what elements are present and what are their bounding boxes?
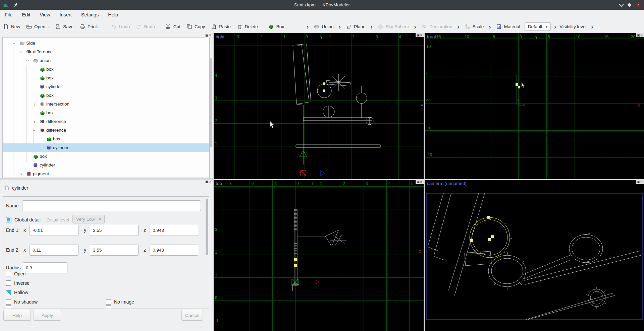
toolbar-button-copy[interactable]: Copy bbox=[183, 22, 208, 31]
tree-item-label: pigment bbox=[33, 171, 49, 176]
toolbar-button-scale[interactable]: Scale bbox=[462, 22, 487, 31]
toolbar-button-save[interactable]: Save bbox=[52, 22, 76, 31]
toolbar-button-new[interactable]: New bbox=[0, 22, 23, 31]
toolbar-button-plane[interactable]: Plane bbox=[343, 22, 369, 31]
collapse-icon[interactable]: › bbox=[32, 128, 37, 133]
no-image-label: No image bbox=[114, 299, 134, 305]
menu-item-view[interactable]: View bbox=[35, 12, 55, 17]
minimize-icon[interactable] bbox=[619, 2, 624, 7]
menu-item-settings[interactable]: Settings bbox=[76, 12, 103, 17]
viewport-front[interactable]: front ▣× x -15-10-50y51015201050-5-10 bbox=[425, 33, 644, 179]
end1-y-input[interactable] bbox=[90, 225, 139, 236]
viewport-camera[interactable]: camera: (unnamed) ▣× bbox=[425, 180, 644, 331]
expand-icon[interactable]: › bbox=[19, 172, 23, 176]
expand-icon[interactable]: › bbox=[32, 102, 37, 107]
toolbar-button-delete[interactable]: Delete bbox=[234, 22, 261, 31]
tree-item-box[interactable]: box bbox=[3, 152, 209, 161]
maximize-icon[interactable] bbox=[627, 3, 632, 7]
tree-item-box[interactable]: box bbox=[3, 91, 209, 100]
no-shadow-checkbox[interactable] bbox=[6, 299, 11, 305]
collapse-icon[interactable]: › bbox=[25, 58, 30, 63]
menu-item-help[interactable]: Help bbox=[103, 12, 123, 17]
ruler-tick-label: 3 bbox=[215, 96, 217, 101]
tree-item-label: box bbox=[53, 136, 60, 141]
chevron-right-icon[interactable]: › bbox=[412, 23, 418, 30]
viewport-controls[interactable]: ▣× bbox=[416, 180, 424, 184]
menu-item-edit[interactable]: Edit bbox=[17, 12, 35, 17]
tree-item-cylinder[interactable]: cylinder bbox=[3, 143, 209, 152]
tree-item-union[interactable]: ›union bbox=[3, 56, 209, 65]
expand-icon[interactable]: › bbox=[32, 119, 37, 124]
end2-z-input[interactable] bbox=[150, 245, 198, 256]
toolbar-button-material[interactable]: Material bbox=[493, 22, 523, 31]
no-image-checkbox[interactable] bbox=[106, 299, 111, 305]
viewport-right[interactable]: right ▣× bbox=[214, 33, 424, 179]
toolbar-button-paste[interactable]: Paste bbox=[208, 22, 234, 31]
viewport-top[interactable]: top ▣× x bbox=[214, 180, 424, 331]
chevron-right-icon[interactable]: › bbox=[589, 23, 595, 30]
detail-level-select[interactable]: Very Low ▾ bbox=[72, 215, 105, 223]
viewport-controls[interactable]: ▣× bbox=[636, 33, 644, 37]
tree-item-box[interactable]: box bbox=[3, 65, 209, 74]
name-label: Name: bbox=[6, 203, 20, 208]
radius-input[interactable] bbox=[23, 262, 67, 273]
ruler-tick-label: 2 bbox=[343, 181, 345, 186]
tree-item-cylinder[interactable]: cylinder bbox=[3, 161, 209, 170]
open-checkbox[interactable] bbox=[6, 271, 11, 276]
global-detail-checkbox[interactable] bbox=[6, 217, 11, 222]
close-icon[interactable]: × bbox=[636, 2, 641, 8]
clipped-checkbox[interactable] bbox=[6, 305, 11, 309]
inverse-checkbox[interactable] bbox=[6, 280, 11, 286]
help-button[interactable]: Help bbox=[3, 310, 31, 321]
clipped-checkbox[interactable] bbox=[106, 305, 111, 309]
tree-item-difference[interactable]: ›difference bbox=[3, 126, 209, 135]
object-tree[interactable]: ›Side›difference›unionboxboxcylinderbox›… bbox=[2, 37, 210, 178]
menu-item-file[interactable]: File bbox=[0, 12, 17, 17]
tree-item-box[interactable]: box bbox=[3, 109, 209, 117]
chevron-right-icon[interactable]: › bbox=[305, 23, 311, 30]
tree-item-cylinder[interactable]: cylinder bbox=[3, 82, 209, 91]
toolbar-button-print[interactable]: Print... bbox=[76, 22, 104, 31]
toolbar-button-union[interactable]: Union bbox=[311, 22, 336, 31]
tree-item-pigment[interactable]: ›pigment bbox=[3, 170, 209, 178]
tree-pane-controls[interactable]: ▣× bbox=[205, 34, 212, 38]
chevron-right-icon[interactable]: › bbox=[368, 23, 374, 30]
tree-item-difference[interactable]: ›difference bbox=[3, 117, 209, 126]
end1-z-input[interactable] bbox=[150, 225, 198, 236]
hollow-checkbox[interactable] bbox=[6, 290, 11, 295]
viewport-controls[interactable]: ▣× bbox=[416, 33, 424, 37]
tree-item-intersection[interactable]: ›intersection bbox=[3, 100, 209, 109]
toolbar-button-cut[interactable]: Cut bbox=[162, 22, 183, 31]
end2-y-input[interactable] bbox=[90, 245, 139, 256]
menu-item-insert[interactable]: Insert bbox=[55, 12, 76, 17]
cancel-button[interactable]: Cancel bbox=[181, 310, 203, 321]
tree-item-side[interactable]: ›Side bbox=[3, 39, 209, 48]
toolbar-button-open[interactable]: Open... bbox=[23, 22, 52, 31]
props-pane-controls[interactable]: ▣× bbox=[205, 180, 212, 184]
end2-x-input[interactable] bbox=[30, 245, 78, 256]
title-bar: Seats.kpm — KPovModeler × bbox=[0, 0, 644, 10]
box-icon bbox=[40, 67, 45, 72]
apply-button[interactable]: Apply bbox=[34, 310, 61, 321]
ruler-tick-label: -10 bbox=[463, 35, 469, 39]
properties-scrollbar[interactable] bbox=[206, 199, 208, 255]
material-icon bbox=[496, 24, 502, 29]
collapse-icon[interactable]: › bbox=[19, 50, 23, 54]
chevron-right-icon[interactable]: › bbox=[552, 23, 558, 30]
tree-item-difference[interactable]: ›difference bbox=[3, 48, 209, 56]
tree-scrollbar[interactable] bbox=[210, 58, 212, 147]
tree-item-box[interactable]: box bbox=[3, 74, 209, 82]
tree-item-box[interactable]: box bbox=[3, 135, 209, 143]
collapse-icon[interactable]: › bbox=[12, 41, 17, 46]
chevron-right-icon[interactable]: › bbox=[455, 23, 461, 30]
viewport-controls[interactable]: ▣× bbox=[636, 180, 644, 184]
end1-x-input[interactable] bbox=[30, 225, 78, 236]
ruler-tick-label: -5 bbox=[491, 35, 495, 39]
name-input[interactable] bbox=[22, 200, 201, 211]
toolbar-button-box[interactable]: Box bbox=[265, 22, 287, 31]
box-icon bbox=[33, 154, 38, 159]
chevron-right-icon[interactable]: › bbox=[487, 23, 493, 30]
ruler-tick-label: -1 bbox=[274, 181, 277, 186]
default-visibility-select[interactable]: Default▾ bbox=[525, 22, 551, 31]
chevron-right-icon[interactable]: › bbox=[337, 23, 343, 30]
